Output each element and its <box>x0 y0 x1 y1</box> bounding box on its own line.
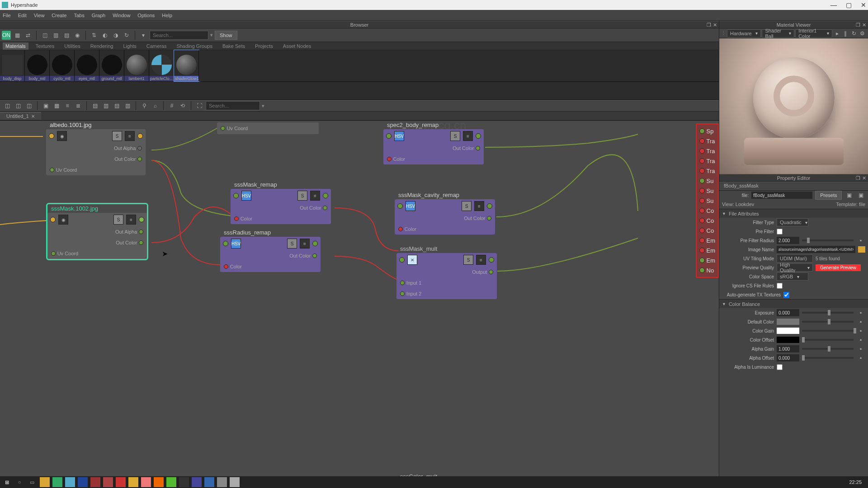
file-name-input[interactable] <box>751 192 812 199</box>
port-out-alpha[interactable]: Out Alpha <box>46 143 146 154</box>
tab-asset-nodes[interactable]: Asset Nodes <box>280 42 314 50</box>
tab-shading-groups[interactable]: Shading Groups <box>174 42 215 50</box>
node-sssmask-file[interactable]: sssMask.1002.jpg ◉ S ≡ Out Alpha Out Col… <box>47 204 147 259</box>
swatch-ground-mtl[interactable]: ground_mtl <box>99 50 124 81</box>
pre-filter-radius-slider[interactable] <box>802 239 854 241</box>
menu-help[interactable]: Help <box>162 13 172 18</box>
connect-icon[interactable]: ▪ <box>856 308 865 317</box>
alpha-gain-input[interactable] <box>777 345 799 352</box>
menu-file[interactable]: File <box>3 13 11 18</box>
icon-link[interactable]: ⇄ <box>24 31 33 40</box>
preview-quality-dropdown[interactable]: High Quality ▾ <box>777 263 813 272</box>
panel-close-icon[interactable]: ✕ <box>713 21 717 29</box>
connect-icon[interactable]: ▪ <box>856 326 865 335</box>
swatch-particlecloud[interactable]: particleClo... <box>149 50 174 81</box>
port-out-alpha[interactable]: Out Alpha <box>47 226 147 237</box>
graph-icon-3[interactable]: ◫ <box>24 101 33 110</box>
solo-icon[interactable]: S <box>112 131 122 141</box>
icon-h[interactable]: ↻ <box>122 31 131 40</box>
pre-filter-checkbox[interactable] <box>777 229 783 235</box>
section-color-balance[interactable]: ▼Color Balance <box>719 299 868 308</box>
document-tab[interactable]: Untitled_1 ✕ <box>0 112 41 120</box>
solo-icon[interactable]: S <box>287 239 297 249</box>
node-graph[interactable]: www.rrcg.cn albedo.1001.jpg ◉ <box>0 121 719 476</box>
port-out-color[interactable]: Out Color <box>46 154 146 164</box>
menu-graph[interactable]: Graph <box>92 13 106 18</box>
menu-icon[interactable]: ≡ <box>474 201 484 211</box>
menu-view[interactable]: View <box>34 13 45 18</box>
graph-icon-grid[interactable]: # <box>167 101 176 110</box>
solo-icon[interactable]: S <box>113 215 123 225</box>
menu-icon[interactable]: ≡ <box>300 239 310 249</box>
port-color[interactable]: Color <box>231 213 331 224</box>
menu-icon[interactable]: ≡ <box>463 131 473 141</box>
graph-icon-zoom[interactable]: ⚲ <box>140 101 149 110</box>
graph-icon-4[interactable]: ▣ <box>41 101 50 110</box>
port-uv-coord[interactable]: Uv Coord <box>46 164 146 175</box>
tab-materials[interactable]: Materials <box>3 42 28 50</box>
panel-restore-icon[interactable]: ❐ <box>707 21 711 29</box>
autogen-tx-checkbox[interactable] <box>783 292 789 298</box>
tab-textures[interactable]: Textures <box>33 42 57 50</box>
color-gain-swatch[interactable] <box>777 328 799 334</box>
port-color[interactable]: Color <box>395 224 495 235</box>
port-color[interactable]: Color <box>383 154 484 164</box>
swatch-lambert1[interactable]: lambert1 <box>124 50 149 81</box>
panel-close-icon[interactable]: ✕ <box>862 174 866 182</box>
menu-icon[interactable]: ≡ <box>476 255 486 265</box>
icon-a[interactable]: ◫ <box>40 31 49 40</box>
pause-icon[interactable]: ‖ <box>842 29 849 38</box>
graph-icon-2[interactable]: ◫ <box>14 101 23 110</box>
node-sssradius-remap[interactable]: sssRadius_remap HSV S ≡ Out Color Color <box>220 228 321 272</box>
maya-icon[interactable] <box>65 477 75 487</box>
app-icon-11[interactable] <box>217 477 227 487</box>
port-input2[interactable]: Input 2 <box>396 288 497 299</box>
material-preview[interactable] <box>719 38 868 174</box>
graph-icon-9[interactable]: ▥ <box>101 101 110 110</box>
connect-icon[interactable]: ▪ <box>856 317 865 326</box>
graph-icon-expand[interactable]: ⛶ <box>195 101 204 110</box>
tab-bake-sets[interactable]: Bake Sets <box>220 42 248 50</box>
swatch-body-mtl[interactable]: body_mtl <box>25 50 50 81</box>
node-spec2-remap[interactable]: spec2_body_remap HSV S ≡ Out Color Color <box>383 121 484 164</box>
app-icon-10[interactable] <box>204 477 214 487</box>
pre-filter-radius-input[interactable] <box>777 237 799 244</box>
app-icon-6[interactable] <box>128 477 138 487</box>
start-button[interactable]: ⊞ <box>2 477 12 487</box>
node-albedo-file[interactable]: albedo.1001.jpg ◉ S ≡ Out Alpha Out Colo… <box>46 121 146 175</box>
graph-icon-11[interactable]: ▥ <box>123 101 132 110</box>
node-ssscolor-mult[interactable]: sssColor_mult <box>396 472 497 476</box>
panel-close-icon[interactable]: ✕ <box>862 21 866 29</box>
node-cavity-remap[interactable]: sssMask_cavity_remap HSV S ≡ Out Color C… <box>395 191 495 235</box>
node-uv-coord[interactable]: Uv Coord <box>217 122 319 134</box>
toggle-on-icon[interactable]: ON <box>2 31 11 40</box>
tab-lights[interactable]: Lights <box>120 42 139 50</box>
section-file-attributes[interactable]: ▼File Attributes <box>719 209 868 218</box>
port-out-color[interactable]: Out Color <box>47 237 147 248</box>
swatch-shaderglow[interactable]: shaderGlow1 <box>174 50 199 81</box>
env-dropdown[interactable]: Interior1 Color ▾ <box>795 29 832 38</box>
icon-f[interactable]: ◐ <box>100 31 109 40</box>
render-mode-dropdown[interactable]: Hardware ▾ <box>727 29 761 38</box>
play-icon[interactable]: ▸ <box>833 29 841 38</box>
show-hide-icon[interactable]: ▣ <box>844 191 854 200</box>
node-sssmask-remap[interactable]: sssMask_remap HSV S ≡ Out Color Color <box>231 180 331 224</box>
port-uv-coord[interactable]: Uv Coord <box>47 248 147 259</box>
port-color[interactable]: Color <box>220 261 321 272</box>
color-offset-swatch[interactable] <box>777 337 799 343</box>
filter-type-dropdown[interactable]: Quadratic ▾ <box>777 218 808 226</box>
icon-d[interactable]: ◉ <box>73 31 82 40</box>
tab-cameras[interactable]: Cameras <box>144 42 170 50</box>
node-output-ports[interactable]: Sp Tra Tra Tra Tra Su Su Su Co Co Co Em … <box>696 123 719 278</box>
alpha-gain-slider[interactable] <box>802 348 854 350</box>
graph-search-input[interactable] <box>206 101 260 110</box>
settings-icon[interactable]: ⚙ <box>859 29 866 38</box>
menu-window[interactable]: Window <box>113 13 130 18</box>
app-icon-4[interactable] <box>103 477 113 487</box>
photoshop-icon[interactable] <box>78 477 88 487</box>
refresh-icon[interactable]: ↻ <box>850 29 858 38</box>
presets-button[interactable]: Presets <box>815 191 842 200</box>
icon-grid[interactable]: ▦ <box>13 31 22 40</box>
graph-icon-6[interactable]: ≡ <box>63 101 72 110</box>
toolbar-dropdown-icon[interactable]: ▾ <box>139 31 148 40</box>
